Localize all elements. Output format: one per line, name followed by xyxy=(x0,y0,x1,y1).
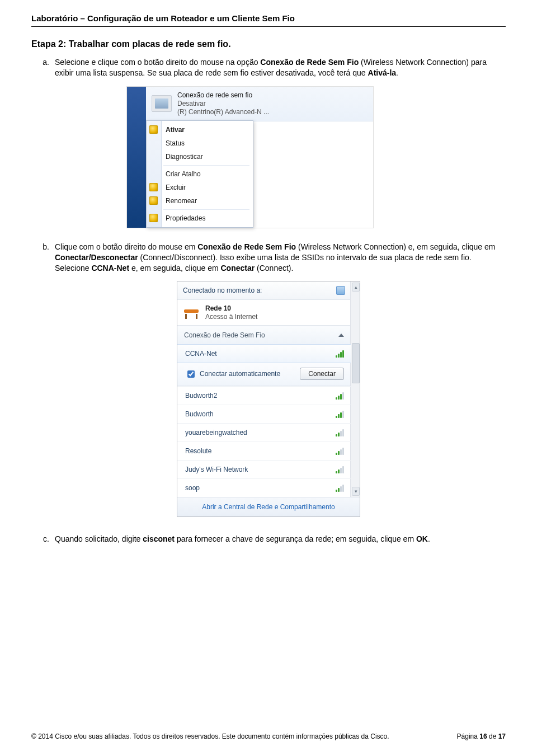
menu-label: Diagnosticar xyxy=(166,153,203,161)
menu-item-delete[interactable]: Excluir xyxy=(147,181,253,194)
bold-text: Conexão de Rede Sem Fio xyxy=(260,58,359,67)
auto-connect-input[interactable] xyxy=(187,370,195,378)
section-label: Conexão de Rede Sem Fio xyxy=(184,331,265,339)
network-name: Budworth2 xyxy=(185,392,217,400)
footer-copyright: © 2014 Cisco e/ou suas afiliadas. Todos … xyxy=(31,732,389,740)
scroll-up-button[interactable]: ▴ xyxy=(352,283,360,292)
menu-item-properties[interactable]: Propriedades xyxy=(147,212,253,225)
text: Clique com o botão direito do mouse em xyxy=(55,242,197,251)
network-flyout: ▴ ▾ Conectado no momento a: Rede 10 xyxy=(177,281,360,517)
current-network-name: Rede 10 xyxy=(205,304,257,312)
context-menu: Ativar Status Diagnosticar Criar Atalho … xyxy=(146,120,253,228)
page-footer: © 2014 Cisco e/ou suas afiliadas. Todos … xyxy=(31,732,506,740)
menu-separator xyxy=(163,165,249,166)
network-item[interactable]: youarebeingwatched xyxy=(177,423,351,442)
network-name: Resolute xyxy=(185,447,211,455)
text: . xyxy=(428,534,430,543)
text: e, em seguida, clique em xyxy=(129,264,220,273)
shield-icon xyxy=(149,183,158,191)
network-item-selected[interactable]: CCNA-Net xyxy=(177,344,351,363)
refresh-icon[interactable] xyxy=(336,286,345,295)
menu-item-rename[interactable]: Renomear xyxy=(147,194,253,208)
menu-item-shortcut[interactable]: Criar Atalho xyxy=(147,167,253,181)
text: para fornecer a chave de segurança da re… xyxy=(175,534,416,543)
menu-label: Renomear xyxy=(166,197,197,205)
bold-text: Conexão de Rede Sem Fio xyxy=(197,242,296,251)
divider xyxy=(31,26,506,27)
adapter-desc: (R) Centrino(R) Advanced-N ... xyxy=(177,108,269,116)
header-text: Conectado no momento a: xyxy=(183,287,262,294)
text: Quando solicitado, digite xyxy=(55,534,143,543)
chevron-up-icon xyxy=(338,334,344,337)
network-item[interactable]: Judy's Wi-Fi Network xyxy=(177,460,351,478)
signal-icon xyxy=(336,429,344,436)
open-network-center-link[interactable]: Abrir a Central de Rede e Compartilhamen… xyxy=(177,497,360,516)
scroll-down-button[interactable]: ▾ xyxy=(352,487,360,496)
signal-icon xyxy=(336,447,344,455)
item-text: Selecione e clique com o botão direito d… xyxy=(55,57,506,78)
bold-text: Conectar/Desconectar xyxy=(55,253,138,262)
network-name: youarebeingwatched xyxy=(185,429,247,436)
network-name: CCNA-Net xyxy=(185,350,217,358)
signal-icon xyxy=(336,484,344,492)
text: Página xyxy=(457,732,480,740)
item-marker: a. xyxy=(31,57,55,78)
bench-icon xyxy=(183,307,200,319)
menu-label: Ativar xyxy=(166,126,185,134)
current-connection-row[interactable]: Rede 10 Acesso à Internet xyxy=(177,300,351,326)
text: Selecione e clique com o botão direito d… xyxy=(55,58,260,67)
auto-connect-label: Conectar automaticamente xyxy=(200,370,280,378)
network-item[interactable]: Budworth2 xyxy=(177,386,351,405)
bold-text: cisconet xyxy=(143,534,175,543)
signal-icon xyxy=(336,350,344,358)
menu-label: Status xyxy=(166,139,185,147)
signal-icon xyxy=(336,410,344,418)
menu-item-status[interactable]: Status xyxy=(147,137,253,150)
network-item[interactable]: soop xyxy=(177,478,351,497)
connect-button[interactable]: Conectar xyxy=(300,368,344,380)
bold-text: Conectar xyxy=(220,264,255,273)
flyout-header: Conectado no momento a: xyxy=(177,281,351,300)
document-page: Laboratório – Configuração de um Roteado… xyxy=(0,0,537,756)
bold-text: CCNA-Net xyxy=(91,264,129,273)
figure-context-menu: Conexão de rede sem fio Desativar (R) Ce… xyxy=(126,86,506,228)
network-name: Budworth xyxy=(185,410,214,418)
auto-connect-checkbox[interactable]: Conectar automaticamente xyxy=(185,369,280,379)
section-header[interactable]: Conexão de Rede Sem Fio xyxy=(177,326,351,344)
text: de xyxy=(487,732,498,740)
page-total: 17 xyxy=(498,732,506,740)
page-current: 16 xyxy=(479,732,487,740)
signal-icon xyxy=(336,466,344,473)
text: (Wireless Network Connection) e, em segu… xyxy=(296,242,495,251)
menu-label: Criar Atalho xyxy=(166,170,201,178)
network-name: soop xyxy=(185,484,200,492)
list-item: b. Clique com o botão direito do mouse e… xyxy=(31,242,506,274)
menu-separator xyxy=(163,209,249,210)
menu-item-diagnose[interactable]: Diagnosticar xyxy=(147,150,253,163)
auto-connect-row: Conectar automaticamente Conectar xyxy=(177,363,351,386)
windows-adapter-panel: Conexão de rede sem fio Desativar (R) Ce… xyxy=(126,86,374,228)
item-text: Clique com o botão direito do mouse em C… xyxy=(55,242,506,274)
adapter-name: Conexão de rede sem fio xyxy=(177,91,269,100)
text: . xyxy=(396,68,398,77)
menu-label: Excluir xyxy=(166,184,186,191)
footer-page-number: Página 16 de 17 xyxy=(457,732,506,740)
shield-icon xyxy=(149,214,158,222)
bold-text: Ativá-la xyxy=(368,68,397,77)
list-item: c. Quando solicitado, digite cisconet pa… xyxy=(31,534,506,544)
scrollbar[interactable]: ▴ ▾ xyxy=(350,281,360,497)
network-item[interactable]: Budworth xyxy=(177,405,351,423)
network-item[interactable]: Resolute xyxy=(177,442,351,460)
step-title: Etapa 2: Trabalhar com placas de rede se… xyxy=(31,39,506,49)
scroll-thumb[interactable] xyxy=(352,343,360,383)
current-network-sub: Acesso à Internet xyxy=(205,313,257,321)
menu-item-activate[interactable]: Ativar xyxy=(147,123,253,137)
document-header: Laboratório – Configuração de um Roteado… xyxy=(31,13,506,23)
adapter-icon xyxy=(152,95,172,112)
bold-text: OK xyxy=(416,534,428,543)
adapter-status: Desativar xyxy=(177,100,269,108)
item-marker: c. xyxy=(31,534,55,544)
adapter-row[interactable]: Conexão de rede sem fio Desativar (R) Ce… xyxy=(146,87,373,121)
item-marker: b. xyxy=(31,242,55,274)
network-name: Judy's Wi-Fi Network xyxy=(185,466,248,473)
